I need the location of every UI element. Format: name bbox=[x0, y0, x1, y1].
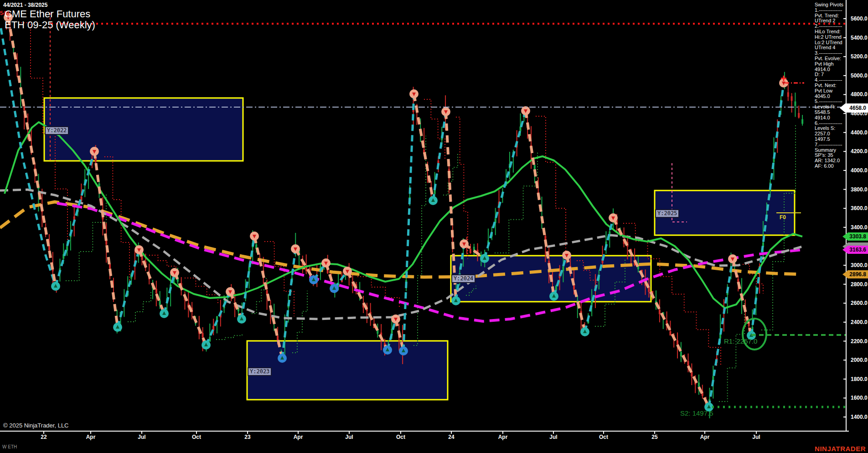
panel-line: Pvt Low bbox=[815, 88, 847, 94]
year-label-Y:2022[interactable]: Y:2022 bbox=[45, 126, 69, 135]
green-ma-badge: 3303.8 bbox=[842, 232, 868, 241]
x-axis-label: 22 bbox=[41, 434, 46, 440]
x-axis-label: Apr bbox=[700, 434, 710, 440]
x-axis-label: Oct bbox=[599, 434, 608, 440]
x-axis-label: Jul bbox=[138, 434, 145, 440]
y-axis-label: 5000.0 bbox=[851, 72, 868, 79]
y-axis-label: 1600.0 bbox=[851, 395, 868, 401]
y-axis-label: 2800.0 bbox=[851, 281, 868, 288]
panel-line: 7.-------------- bbox=[815, 142, 847, 148]
r1-label: R1: 2257.0 bbox=[724, 337, 757, 345]
x-axis-label: Jul bbox=[549, 434, 557, 440]
swing-pivots-panel: Swing Pivots1.--------------Pvt. Trend:U… bbox=[815, 2, 847, 169]
ninjatrader-logo: NINJATRADER bbox=[815, 445, 866, 453]
x-axis-label: Jul bbox=[345, 434, 353, 440]
year-label-Y:2024[interactable]: Y:2024 bbox=[451, 274, 475, 283]
x-axis-label: Jul bbox=[752, 434, 760, 440]
panel-line: 1.-------------- bbox=[815, 8, 847, 13]
y-axis-label: 2200.0 bbox=[851, 338, 868, 345]
y-axis-label: 4400.0 bbox=[851, 129, 868, 136]
y-axis-label: 4200.0 bbox=[851, 148, 868, 154]
panel-line: HiLo Trend: bbox=[815, 29, 847, 35]
y-axis-label: 4000.0 bbox=[851, 167, 868, 174]
panel-line: Pvt. Evolve: bbox=[815, 56, 847, 62]
instrument-tag: W ETH bbox=[2, 444, 17, 449]
panel-line: 1497.5 bbox=[815, 137, 847, 142]
panel-line: 4914.0 bbox=[815, 115, 847, 121]
x-axis-label: Apr bbox=[498, 434, 508, 440]
s2-label: S2: 1497.5 bbox=[680, 409, 713, 417]
year-label-Y:2023[interactable]: Y:2023 bbox=[248, 367, 272, 376]
panel-line: AF: 6.00 bbox=[815, 164, 847, 169]
x-axis-label: 24 bbox=[448, 434, 454, 440]
copyright-text: © 2025 NinjaTrader, LLC bbox=[3, 422, 69, 429]
y-axis-label: 5200.0 bbox=[851, 53, 868, 60]
date-range-label: 44/2021 - 38/2025 bbox=[3, 2, 47, 8]
y-axis-label: 3000.0 bbox=[851, 262, 868, 268]
chart-title: CME Ether Futures bbox=[5, 8, 90, 20]
price-chart[interactable] bbox=[0, 0, 868, 453]
y-axis-label: 5600.0 bbox=[851, 15, 868, 22]
y-axis-label: 2000.0 bbox=[851, 357, 868, 363]
y-axis-label: 3800.0 bbox=[851, 186, 868, 193]
y-axis-label: 3600.0 bbox=[851, 205, 868, 211]
y-axis-label: 3400.0 bbox=[851, 224, 868, 231]
panel-line: 5548.5 bbox=[815, 110, 847, 115]
last-price-badge: 4658.0 bbox=[840, 103, 868, 113]
x-axis-label: 25 bbox=[651, 434, 657, 440]
year-range-boxes bbox=[44, 98, 795, 400]
chart-window: 44/2021 - 38/2025 548 CME Ether Futures … bbox=[0, 0, 868, 453]
x-axis-label: Oct bbox=[192, 434, 201, 440]
y-axis-label: 1800.0 bbox=[851, 376, 868, 382]
x-axis-label: 23 bbox=[244, 434, 250, 440]
y-axis-label: 1400.0 bbox=[851, 414, 868, 420]
year-box-Y:2023 bbox=[247, 341, 448, 400]
x-axis-label: Apr bbox=[86, 434, 96, 440]
chart-subtitle: ETH 09-25 (Weekly) bbox=[5, 19, 95, 31]
panel-line: Hi:2 UTrend bbox=[815, 35, 847, 40]
x-axis-label: Oct bbox=[396, 434, 405, 440]
panel-line: Pvt. Next: bbox=[815, 83, 847, 88]
magenta-ma-badge: 3163.6 bbox=[842, 246, 868, 254]
y-axis-label: 2600.0 bbox=[851, 300, 868, 306]
gold-ma-badge: 2896.8 bbox=[842, 270, 868, 278]
y-axis-label: 4800.0 bbox=[851, 91, 868, 98]
f0-label: F0 bbox=[780, 214, 786, 221]
y-axis-label: 5400.0 bbox=[851, 35, 868, 41]
panel-line: Pvt High bbox=[815, 62, 847, 67]
y-axis-label: 2400.0 bbox=[851, 319, 868, 325]
x-axis-label: Apr bbox=[294, 434, 303, 440]
year-label-Y:2025[interactable]: Y:2025 bbox=[655, 209, 679, 218]
